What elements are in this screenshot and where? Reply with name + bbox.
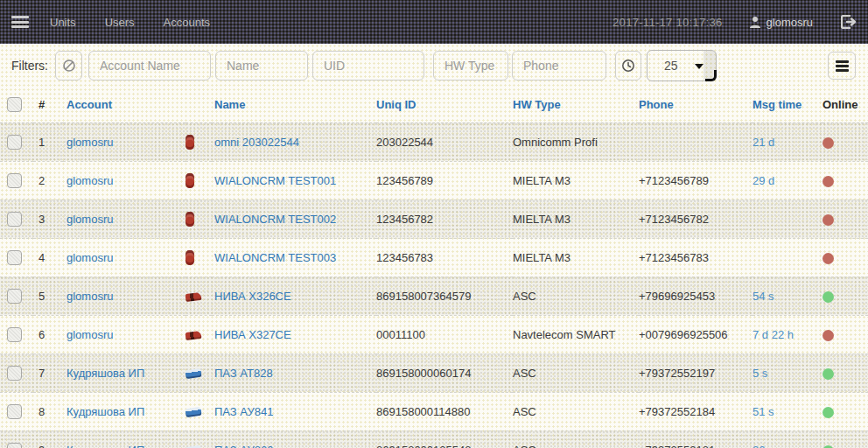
uniq-id-cell: 203022544 (376, 122, 513, 161)
phone-cell: +0079696925506 (639, 315, 752, 354)
online-status-dot (822, 253, 834, 264)
row-checkbox[interactable] (7, 443, 22, 448)
hw-type-cell: MIELTA M3 (513, 238, 639, 276)
account-link[interactable]: Кудряшова ИП (66, 444, 144, 448)
account-link[interactable]: Кудряшова ИП (66, 367, 144, 380)
row-checkbox[interactable] (7, 404, 22, 419)
table-row: 7 Кудряшова ИП ПАЗ АТ828 869158000060174… (0, 354, 868, 392)
page-size-select[interactable]: 25 (647, 50, 717, 81)
uniq-id-cell: 123456782 (376, 200, 513, 238)
list-icon (836, 60, 849, 63)
header-msg-time[interactable]: Msg time (752, 88, 822, 122)
filter-phone-input[interactable] (512, 51, 606, 80)
online-status-dot (822, 176, 834, 187)
header-account[interactable]: Account (63, 88, 186, 122)
filter-hw-type-input[interactable] (433, 51, 508, 80)
msg-time-link[interactable]: 54 s (752, 290, 774, 303)
filter-account-name-input[interactable] (88, 51, 211, 80)
unit-name-link[interactable]: WIALONCRM TEST003 (214, 251, 336, 264)
header-uniq-id[interactable]: Uniq ID (376, 88, 513, 122)
nav-item-users[interactable]: Users (105, 16, 135, 29)
unit-name-link[interactable]: WIALONCRM TEST002 (214, 213, 336, 226)
table-body: 1 glomosru omni 203022544 203022544 Omni… (0, 122, 868, 448)
unit-name-link[interactable]: ПАЗ АУ860 (214, 444, 273, 448)
select-all-checkbox[interactable] (7, 97, 22, 112)
header-hw-type[interactable]: HW Type (513, 88, 639, 122)
table-row: 1 glomosru omni 203022544 203022544 Omni… (0, 122, 868, 161)
row-checkbox[interactable] (7, 327, 22, 342)
hw-type-cell: ASC (513, 276, 639, 315)
online-status-dot (822, 407, 834, 418)
table-row: 8 Кудряшова ИП ПАЗ АУ841 869158000114880… (0, 392, 868, 430)
menu-burger-icon[interactable] (11, 16, 29, 28)
row-checkbox[interactable] (7, 135, 22, 150)
msg-time-link[interactable]: 36 s (752, 444, 774, 448)
phone-cell: +79372552184 (639, 392, 752, 430)
account-link[interactable]: glomosru (66, 251, 113, 264)
account-link[interactable]: glomosru (66, 174, 113, 187)
hw-type-cell: MIELTA M3 (513, 161, 639, 200)
top-navbar: Units Users Accounts 2017-11-17 10:17:36… (0, 0, 868, 44)
units-table: # Account Name Uniq ID HW Type Phone Msg… (0, 88, 868, 448)
unit-name-link[interactable]: НИВА X327CE (214, 328, 291, 341)
account-link[interactable]: glomosru (66, 328, 113, 341)
uniq-id-cell: 869158000060174 (376, 354, 513, 392)
filter-name-input[interactable] (215, 51, 308, 80)
username-label: glomosru (766, 16, 813, 29)
phone-cell: +7123456783 (639, 238, 752, 276)
header-phone[interactable]: Phone (639, 88, 752, 122)
phone-cell: +79372552181 (639, 430, 752, 448)
filter-uid-input[interactable] (312, 51, 424, 80)
phone-cell: +79372552197 (639, 354, 752, 392)
nav-item-units[interactable]: Units (50, 16, 76, 29)
unit-name-link[interactable]: WIALONCRM TEST001 (214, 174, 336, 187)
unit-name-link[interactable]: ПАЗ АУ841 (214, 405, 273, 418)
row-checkbox[interactable] (7, 289, 22, 304)
phone-cell: +79696925453 (639, 276, 752, 315)
header-name[interactable]: Name (212, 88, 376, 122)
online-status-dot (822, 291, 834, 303)
phone-cell: +7123456782 (639, 200, 752, 238)
table-row: 3 glomosru WIALONCRM TEST002 123456782 M… (0, 200, 868, 238)
clear-filters-button[interactable] (55, 51, 82, 80)
hw-type-cell: ASC (513, 392, 639, 430)
row-checkbox[interactable] (7, 366, 22, 381)
msg-time-link[interactable]: 5 s (752, 367, 767, 380)
msg-time-link[interactable]: 21 d (752, 136, 774, 149)
row-number: 4 (33, 238, 63, 276)
row-checkbox[interactable] (7, 250, 22, 265)
current-datetime: 2017-11-17 10:17:36 (612, 16, 722, 29)
unit-type-icon (185, 368, 201, 379)
uniq-id-cell: 123456783 (376, 238, 513, 276)
user-icon (749, 16, 761, 28)
online-status-dot (822, 445, 834, 448)
unit-name-link[interactable]: НИВА X326CE (214, 290, 291, 303)
row-checkbox[interactable] (7, 173, 22, 188)
unit-name-link[interactable]: ПАЗ АТ828 (214, 367, 273, 380)
logout-icon[interactable] (841, 15, 856, 29)
account-link[interactable]: glomosru (66, 136, 113, 149)
account-link[interactable]: glomosru (66, 290, 113, 303)
row-number: 2 (33, 161, 63, 200)
nav-item-accounts[interactable]: Accounts (164, 16, 210, 29)
header-number: # (33, 88, 63, 122)
unit-name-link[interactable]: omni 203022544 (214, 136, 299, 149)
row-number: 5 (33, 276, 63, 315)
user-menu[interactable]: glomosru (749, 16, 813, 29)
account-link[interactable]: Кудряшова ИП (66, 405, 144, 418)
msg-time-link[interactable]: 7 d 22 h (752, 328, 794, 341)
msg-time-link[interactable]: 29 d (752, 174, 774, 187)
account-link[interactable]: glomosru (66, 213, 113, 226)
msg-time-link[interactable]: 51 s (752, 405, 774, 418)
uniq-id-cell: 869158000125548 (376, 430, 513, 448)
filters-label: Filters: (11, 59, 48, 73)
msg-time-filter-button[interactable] (615, 51, 641, 80)
table-row: 2 glomosru WIALONCRM TEST001 123456789 M… (0, 161, 868, 200)
unit-type-icon (186, 212, 194, 227)
hw-type-cell: ASC (513, 354, 639, 392)
columns-menu-button[interactable] (828, 52, 856, 80)
row-checkbox[interactable] (7, 212, 22, 227)
unit-type-icon (186, 250, 194, 265)
header-online: Online (822, 88, 868, 122)
hw-type-cell: Navtelecom SMART (513, 315, 639, 354)
